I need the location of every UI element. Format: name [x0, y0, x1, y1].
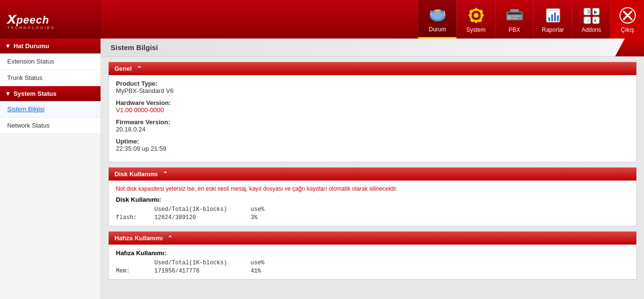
nav-label-addons: Addons — [581, 26, 601, 33]
memory-collapse-icon: ⌃ — [167, 234, 173, 242]
raporlar-icon — [543, 5, 563, 26]
sidebar-item-network-status[interactable]: Network Status — [0, 117, 101, 134]
memory-col2-header: Used/Total(1K-blocks) — [154, 260, 251, 266]
nav-item-cikis[interactable]: Çıkış — [610, 0, 644, 39]
svg-rect-22 — [551, 14, 553, 21]
disk-data-row-0: flash: 12624/389120 3% — [116, 214, 629, 221]
memory-header-row: Used/Total(1K-blocks) use% — [116, 260, 629, 266]
hardware-version-value: V1.00 0000-0000 — [116, 106, 629, 114]
svg-rect-21 — [548, 17, 550, 21]
page-title-bar: Sistem Bilgisi — [101, 39, 644, 57]
section-memory-header: Hafıza Kullanımı ⌃ — [109, 232, 636, 245]
nav-item-raporlar[interactable]: Raporlar — [533, 0, 572, 39]
nav-label-raporlar: Raporlar — [542, 26, 564, 33]
sidebar-item-extension-status[interactable]: Extension Status — [0, 53, 101, 70]
nav-label-system: System — [466, 26, 485, 33]
sidebar: ▼ Hat Durumu Extension Status Trunk Stat… — [0, 39, 101, 299]
disk-row0-pct: 3% — [251, 214, 289, 221]
nav-item-durum[interactable]: Durum — [418, 0, 456, 39]
sidebar-section-system-status[interactable]: ▼ System Status — [0, 86, 101, 101]
main-layout: ▼ Hat Durumu Extension Status Trunk Stat… — [0, 39, 644, 299]
firmware-version-label: Firmware Version: — [116, 118, 629, 126]
uptime-row: Uptime: 22:35:09 up 21:59 — [116, 138, 629, 152]
memory-row0-name: Mem: — [116, 268, 154, 274]
memory-header-label: Hafıza Kullanımı — [114, 234, 163, 242]
svg-text:♦: ♦ — [594, 18, 596, 23]
logo-x: x — [7, 9, 16, 27]
svg-text:30: 30 — [587, 9, 593, 14]
section-disk: Disk Kullanımı ⌃ Not:disk kapasitesi yet… — [108, 167, 637, 226]
memory-row0-used: 171956/417776 — [154, 268, 251, 274]
nav-item-addons[interactable]: 30 ▶ ☆ ♦ Addons — [572, 0, 610, 39]
system-status-arrow: ▼ — [5, 90, 11, 97]
svg-rect-23 — [554, 13, 556, 21]
nav-label-pbx: PBX — [508, 26, 520, 33]
section-disk-header: Disk Kullanımı ⌃ — [109, 168, 636, 181]
svg-point-3 — [436, 10, 439, 13]
svg-rect-19 — [510, 9, 519, 12]
memory-col1-header — [116, 260, 154, 266]
disk-col2-header: Used/Total(1K-blocks) — [154, 206, 251, 213]
disk-col3-header: use% — [251, 206, 289, 213]
nav-items: Durum System — [418, 0, 644, 39]
svg-text:☆: ☆ — [586, 18, 591, 23]
disk-label: Disk Kullanımı: — [116, 196, 629, 203]
content-body: Genel ⌃ Product Type: MyPBX-Standard V6 … — [101, 57, 644, 289]
svg-rect-18 — [512, 18, 518, 19]
memory-row0-pct: 41% — [251, 268, 289, 274]
svg-rect-16 — [507, 15, 511, 19]
hardware-version-row: Hardware Version: V1.00 0000-0000 — [116, 99, 629, 114]
durum-icon — [428, 5, 448, 25]
logo-tech: TECHNOLOGIES — [7, 26, 55, 30]
svg-rect-6 — [475, 8, 477, 11]
memory-label: Hafıza Kullanımı: — [116, 249, 629, 257]
hardware-version-label: Hardware Version: — [116, 99, 629, 106]
nav-label-cikis: Çıkış — [621, 26, 634, 33]
uptime-value: 22:35:09 up 21:59 — [116, 145, 629, 152]
sidebar-item-sistem-bilgisi[interactable]: Sistem Bilgisi — [0, 101, 101, 117]
svg-rect-17 — [512, 15, 521, 17]
memory-table: Used/Total(1K-blocks) use% Mem: 171956/4… — [116, 260, 629, 274]
section-genel: Genel ⌃ Product Type: MyPBX-Standard V6 … — [108, 62, 637, 162]
svg-rect-9 — [480, 14, 484, 16]
logo-wrapper: x peech TECHNOLOGIES — [7, 9, 55, 30]
firmware-version-value: 20.18.0.24 — [116, 126, 629, 133]
svg-rect-7 — [475, 20, 477, 23]
sidebar-item-trunk-status[interactable]: Trunk Status — [0, 70, 101, 86]
svg-rect-15 — [507, 13, 522, 14]
disk-header-label: Disk Kullanımı — [114, 170, 158, 178]
nav-label-durum: Durum — [429, 26, 446, 33]
sidebar-section-hat-durumu[interactable]: ▼ Hat Durumu — [0, 39, 101, 53]
nav-item-system[interactable]: System — [456, 0, 495, 39]
system-icon — [466, 5, 486, 26]
topbar: x peech TECHNOLOGIES Durum — [0, 0, 644, 39]
logo-area: x peech TECHNOLOGIES — [0, 0, 101, 39]
svg-text:▶: ▶ — [594, 9, 598, 14]
product-type-value: MyPBX-Standard V6 — [116, 87, 629, 94]
logo-speech: peech — [16, 14, 50, 26]
pbx-icon — [505, 5, 525, 26]
nav-item-pbx[interactable]: PBX — [495, 0, 533, 39]
product-type-label: Product Type: — [116, 80, 629, 87]
product-type-row: Product Type: MyPBX-Standard V6 — [116, 80, 629, 94]
hat-durumu-arrow: ▼ — [5, 42, 11, 50]
cikis-icon — [618, 5, 638, 26]
section-genel-header: Genel ⌃ — [109, 62, 636, 75]
disk-table: Used/Total(1K-blocks) use% flash: 12624/… — [116, 206, 629, 221]
content-area: Sistem Bilgisi Genel ⌃ Product Type: MyP… — [101, 39, 644, 299]
memory-col3-header: use% — [251, 260, 289, 266]
disk-col1-header — [116, 206, 154, 213]
page-title: Sistem Bilgisi — [111, 43, 158, 52]
section-disk-content: Not:disk kapasitesi yetersiz ise, en esk… — [109, 181, 636, 226]
svg-rect-24 — [557, 15, 559, 21]
disk-note: Not:disk kapasitesi yetersiz ise, en esk… — [116, 185, 629, 192]
section-memory-content: Hafıza Kullanımı: Used/Total(1K-blocks) … — [109, 245, 636, 279]
section-genel-content: Product Type: MyPBX-Standard V6 Hardware… — [109, 75, 636, 162]
genel-collapse-icon: ⌃ — [137, 65, 142, 72]
svg-point-5 — [474, 13, 479, 18]
memory-data-row-0: Mem: 171956/417776 41% — [116, 268, 629, 274]
svg-rect-8 — [468, 14, 472, 16]
disk-collapse-icon: ⌃ — [163, 170, 168, 178]
uptime-label: Uptime: — [116, 138, 629, 145]
system-status-label: System Status — [13, 90, 57, 97]
